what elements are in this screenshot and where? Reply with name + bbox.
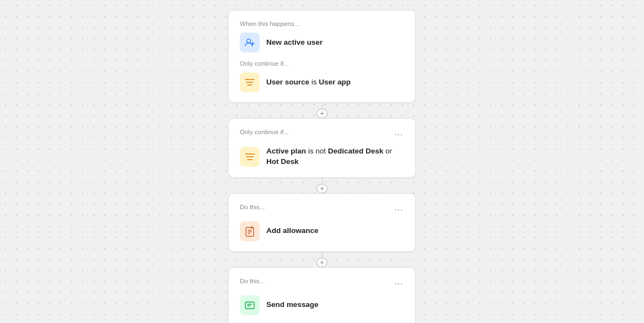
message-icon (240, 295, 260, 315)
connector-1: + (316, 103, 328, 118)
filter-card-icon (240, 147, 260, 167)
new-user-icon (240, 33, 260, 52)
filter-row-inline[interactable]: User source is User app (240, 72, 404, 92)
action-allowance-card: Do this... ⋯ Add allowance (228, 193, 416, 252)
allowance-text: Add allowance (266, 226, 319, 236)
filter-card: Only continue if... ⋯ Active plan is not… (228, 118, 416, 178)
filter-card-text: Active plan is not Dedicated Desk or Hot… (266, 146, 404, 167)
filter-menu-button[interactable]: ⋯ (393, 130, 404, 139)
filter-text-inline: User source is User app (266, 77, 351, 88)
trigger-card: When this happens... New active user Onl… (228, 10, 416, 103)
action-message-row[interactable]: Send message (240, 295, 404, 315)
connector-line-1 (322, 103, 323, 109)
action-message-menu-button[interactable]: ⋯ (393, 279, 404, 288)
allowance-icon (240, 221, 260, 241)
trigger-text: New active user (266, 38, 323, 48)
trigger-label: When this happens... (240, 20, 404, 27)
action-message-card: Do this... ⋯ Send message (228, 267, 416, 323)
filter-icon-inline (240, 72, 260, 92)
message-text: Send message (266, 300, 319, 310)
filter-label-inline: Only continue if... (240, 60, 404, 67)
flow-container: When this happens... New active user Onl… (223, 0, 421, 323)
connector-2: + (316, 178, 328, 193)
svg-rect-15 (245, 302, 254, 309)
add-step-button-2[interactable]: + (316, 184, 328, 193)
action-allowance-label: Do this... (240, 204, 265, 210)
add-step-button-3[interactable]: + (316, 258, 328, 267)
filter-card-row[interactable]: Active plan is not Dedicated Desk or Hot… (240, 146, 404, 167)
trigger-row[interactable]: New active user (240, 33, 404, 52)
add-step-button-1[interactable]: + (316, 109, 328, 118)
connector-3: + (316, 252, 328, 267)
svg-point-0 (247, 39, 251, 43)
filter-card-label: Only continue if... (240, 129, 289, 135)
action-message-label: Do this... (240, 278, 265, 284)
action-allowance-menu-button[interactable]: ⋯ (393, 205, 404, 214)
connector-line-2 (322, 178, 323, 184)
action-allowance-row[interactable]: Add allowance (240, 221, 404, 241)
connector-line-3 (322, 252, 323, 258)
